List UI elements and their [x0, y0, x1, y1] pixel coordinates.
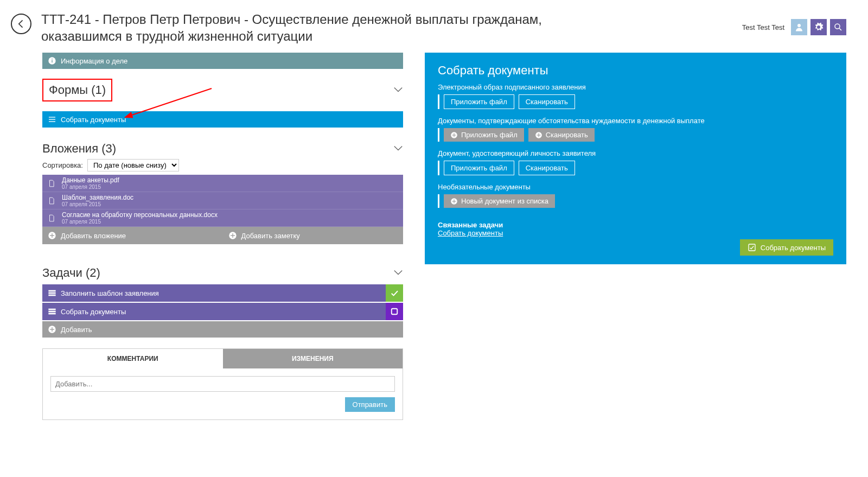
- divider: [438, 161, 439, 175]
- svg-rect-3: [52, 60, 52, 63]
- field-label: Документы, подтверждающие обстоятельства…: [438, 117, 833, 125]
- svg-rect-7: [49, 122, 55, 122]
- tasks-title: Задачи (2): [42, 266, 100, 280]
- attachments-collapse[interactable]: [393, 145, 403, 153]
- forms-collapse[interactable]: [393, 86, 403, 94]
- annotation-highlight: Формы (1): [42, 79, 112, 101]
- svg-rect-20: [392, 309, 398, 315]
- document-icon: [48, 179, 56, 188]
- task-name: Заполнить шаблон заявления: [61, 289, 159, 297]
- svg-rect-17: [48, 309, 55, 310]
- attachments-title: Вложения (3): [42, 142, 116, 156]
- new-document-button[interactable]: Новый документ из списка: [444, 194, 555, 208]
- add-note-button[interactable]: Добавить заметку: [223, 231, 404, 240]
- plus-circle-icon: [450, 198, 458, 205]
- search-icon: [833, 22, 843, 32]
- comments-panel: КОММЕНТАРИИ ИЗМЕНЕНИЯ Отправить: [42, 348, 403, 420]
- check-icon: [390, 288, 399, 298]
- user-button[interactable]: [791, 19, 807, 35]
- tab-changes[interactable]: ИЗМЕНЕНИЯ: [223, 349, 403, 368]
- collect-documents-action[interactable]: Собрать документы: [740, 239, 833, 256]
- svg-rect-32: [452, 201, 456, 201]
- svg-rect-23: [50, 329, 54, 330]
- square-icon: [390, 307, 399, 316]
- tab-comments[interactable]: КОММЕНТАРИИ: [43, 349, 223, 368]
- scan-button[interactable]: Сканировать: [519, 94, 575, 109]
- related-link[interactable]: Собрать документы: [438, 229, 833, 237]
- attachment-name: Шаблон_заявления.doc: [62, 194, 133, 201]
- attachment-item[interactable]: Согласие на обработку персональных данны…: [42, 209, 403, 227]
- task-status-pending[interactable]: [386, 303, 403, 320]
- svg-rect-6: [49, 119, 55, 120]
- checkbox-icon: [748, 243, 756, 252]
- collect-docs-bar[interactable]: Собрать документы: [42, 111, 403, 128]
- svg-rect-10: [50, 236, 54, 236]
- list-icon: [48, 115, 56, 124]
- attach-file-button[interactable]: Приложить файл: [444, 128, 524, 142]
- arrow-left-icon: [16, 18, 27, 29]
- svg-rect-19: [48, 313, 55, 315]
- svg-rect-5: [49, 117, 55, 118]
- divider: [438, 128, 439, 142]
- plus-circle-icon: [450, 131, 458, 139]
- attachment-item[interactable]: Данные анкеты.pdf07 апреля 2015: [42, 175, 403, 192]
- svg-point-1: [835, 24, 840, 29]
- divider: [438, 94, 439, 109]
- send-button[interactable]: Отправить: [345, 397, 395, 412]
- add-attachment-label: Добавить вложение: [61, 232, 126, 240]
- task-item[interactable]: Заполнить шаблон заявления: [42, 284, 403, 302]
- task-icon: [48, 308, 56, 315]
- task-item[interactable]: Собрать документы: [42, 303, 403, 320]
- svg-rect-13: [231, 236, 235, 236]
- tasks-collapse[interactable]: [393, 269, 403, 277]
- attachment-actions: Добавить вложение Добавить заметку: [42, 227, 403, 244]
- field-label: Необязательные документы: [438, 183, 833, 191]
- attachment-date: 07 апреля 2015: [62, 201, 133, 207]
- task-status-done[interactable]: [386, 284, 403, 302]
- attach-file-button[interactable]: Приложить файл: [444, 161, 514, 175]
- page-title: ТТТ-241 - Петров Петр Петрович - Осущест…: [41, 11, 611, 44]
- scan-button[interactable]: Сканировать: [519, 161, 575, 175]
- sort-label: Сортировка:: [42, 161, 83, 169]
- documents-panel: Собрать документы Электронный образ подп…: [425, 53, 846, 264]
- attachment-name: Согласие на обработку персональных данны…: [62, 212, 218, 219]
- info-icon: [48, 56, 56, 65]
- search-button[interactable]: [830, 19, 846, 35]
- info-bar[interactable]: Информация о деле: [42, 53, 403, 69]
- settings-button[interactable]: [810, 19, 827, 35]
- collect-docs-label: Собрать документы: [61, 116, 126, 124]
- panel-title: Собрать документы: [438, 63, 833, 78]
- attachment-date: 07 апреля 2015: [62, 184, 119, 190]
- divider: [438, 194, 439, 208]
- info-bar-label: Информация о деле: [61, 57, 127, 65]
- task-icon: [48, 289, 56, 297]
- attach-file-button[interactable]: Приложить файл: [444, 94, 514, 109]
- related-title: Связанные задачи: [438, 221, 833, 229]
- attachment-item[interactable]: Шаблон_заявления.doc07 апреля 2015: [42, 192, 403, 209]
- comment-input[interactable]: [50, 376, 395, 392]
- attachment-name: Данные анкеты.pdf: [62, 177, 119, 184]
- forms-title: Формы (1): [49, 83, 106, 97]
- task-name: Собрать документы: [61, 308, 126, 316]
- add-note-label: Добавить заметку: [241, 232, 300, 240]
- sort-select[interactable]: По дате (новые снизу): [87, 159, 179, 171]
- svg-rect-29: [537, 135, 540, 135]
- gear-icon: [814, 22, 824, 32]
- add-attachment-button[interactable]: Добавить вложение: [42, 231, 223, 240]
- document-icon: [48, 214, 56, 222]
- plus-circle-icon: [535, 131, 542, 139]
- svg-rect-14: [48, 290, 55, 292]
- add-task-label: Добавить: [61, 326, 92, 334]
- user-name: Test Test Test: [742, 23, 784, 31]
- plus-circle-icon: [48, 231, 56, 240]
- add-task-button[interactable]: Добавить: [42, 321, 403, 338]
- svg-rect-33: [749, 244, 755, 251]
- scan-button[interactable]: Сканировать: [528, 128, 595, 142]
- field-label: Электронный образ подписанного заявления: [438, 83, 833, 91]
- field-label: Документ, удостоверяющий личность заявит…: [438, 149, 833, 157]
- svg-rect-4: [52, 59, 52, 59]
- user-icon: [794, 22, 804, 32]
- plus-circle-icon: [228, 231, 237, 240]
- plus-circle-icon: [48, 325, 56, 334]
- back-button[interactable]: [11, 14, 31, 34]
